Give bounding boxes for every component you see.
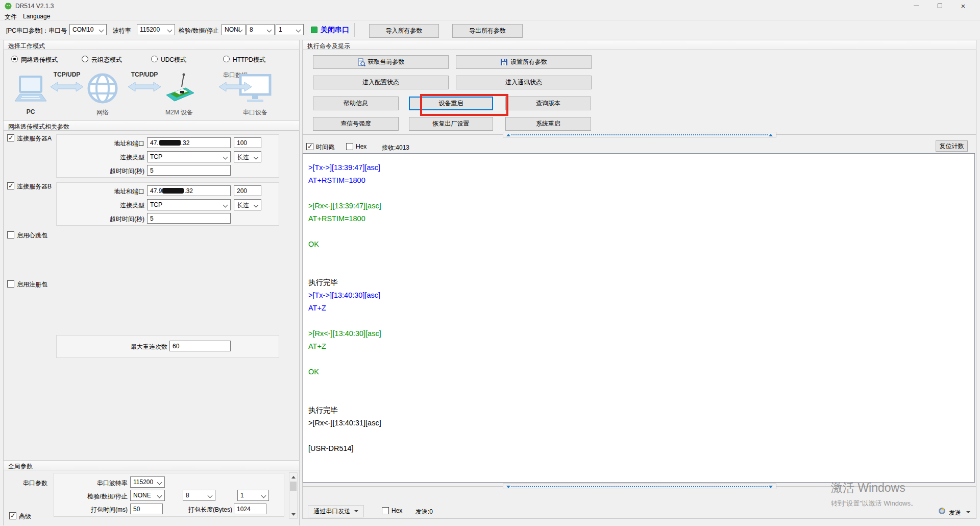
- register-checkbox[interactable]: [7, 280, 14, 288]
- chevron-down-icon: [208, 493, 213, 498]
- recv-count: 接收:4013: [382, 144, 409, 152]
- g-baud-select[interactable]: 115200: [130, 476, 165, 488]
- databits-select[interactable]: 8: [247, 24, 275, 35]
- log-line: [308, 315, 974, 328]
- left-scrollbar[interactable]: [289, 472, 298, 519]
- scroll-up-button[interactable]: [289, 473, 297, 481]
- query-signal-button[interactable]: 查信号强度: [313, 117, 399, 131]
- log-line: AT+Z: [308, 341, 974, 353]
- menu-file[interactable]: 文件: [5, 13, 17, 21]
- server-b-address-input[interactable]: 47.9.32: [147, 185, 231, 196]
- chevron-down-icon: [157, 480, 162, 485]
- radio-cloud-label: 云组态模式: [91, 56, 122, 64]
- set-params-button[interactable]: 设置所有参数: [456, 55, 592, 69]
- g-parity-select[interactable]: NONE: [130, 490, 165, 501]
- export-params-button[interactable]: 导出所有参数: [452, 24, 523, 38]
- link-label-1: TCP/UDP: [50, 71, 84, 78]
- censor-bar: [162, 188, 184, 194]
- chevron-down-icon: [254, 155, 259, 160]
- get-params-button[interactable]: 获取当前参数: [313, 55, 449, 69]
- divider-line: [302, 486, 503, 487]
- server-a-keepalive-select[interactable]: 长连: [234, 151, 261, 162]
- log-line: [308, 430, 974, 443]
- arrow-icon: [50, 81, 84, 92]
- system-reboot-button[interactable]: 系统重启: [505, 117, 591, 131]
- log-output[interactable]: >[Tx->][13:39:47][asc]AT+RSTIM=1800 >[Rx…: [303, 153, 975, 483]
- com-port-select[interactable]: COM10: [69, 24, 107, 35]
- g-stopbits-select[interactable]: 1: [237, 490, 269, 501]
- server-a-address-input[interactable]: 47..32: [147, 137, 231, 148]
- radio-udc[interactable]: [151, 56, 158, 62]
- pack-len-label: 打包长度(Bytes): [176, 506, 232, 514]
- log-line: AT+Z: [308, 302, 974, 315]
- g-databits-select[interactable]: 8: [183, 490, 215, 501]
- timeout-label-a: 超时时间(秒): [77, 167, 144, 176]
- red-annotation-rectangle: [420, 94, 508, 116]
- send-via-serial-dropdown[interactable]: 通过串口发送: [308, 505, 364, 517]
- radio-cloud[interactable]: [82, 56, 88, 62]
- heartbeat-label: 启用心跳包: [17, 231, 47, 240]
- heartbeat-checkbox[interactable]: [7, 231, 14, 238]
- max-reconnect-panel: [56, 335, 279, 358]
- parity-select[interactable]: NONI: [222, 24, 246, 35]
- arrow-icon: [128, 81, 161, 92]
- log-line: [USR-DR514]: [308, 443, 974, 456]
- log-line: >[Rx<-][13:40:30][asc]: [308, 328, 974, 341]
- chevron-down-icon: [261, 493, 266, 498]
- doc-search-icon: [357, 58, 365, 66]
- scroll-down-button[interactable]: [289, 510, 297, 518]
- send-button[interactable]: 发送: [949, 509, 961, 517]
- chevron-down-icon: [99, 28, 104, 33]
- server-b-type-select[interactable]: TCP: [147, 199, 231, 210]
- server-b-checkbox[interactable]: [7, 182, 14, 189]
- reset-count-button[interactable]: 复位计数: [936, 140, 968, 152]
- send-dropdown-caret[interactable]: [966, 511, 970, 513]
- server-a-timeout-input[interactable]: 5: [147, 165, 231, 176]
- minimize-icon: [914, 6, 919, 6]
- timestamp-checkbox[interactable]: [306, 143, 313, 150]
- server-a-port-input[interactable]: 100: [234, 137, 261, 148]
- minimize-button[interactable]: [904, 0, 928, 11]
- server-a-checkbox[interactable]: [7, 134, 14, 141]
- radio-net-transparent[interactable]: [11, 56, 18, 62]
- collapse-splitter-top[interactable]: [503, 132, 776, 137]
- pack-time-input[interactable]: 50: [130, 504, 163, 514]
- close-port-button[interactable]: 关闭串口: [321, 26, 349, 35]
- enter-comm-button[interactable]: 进入通讯状态: [456, 76, 592, 89]
- maximize-button[interactable]: [928, 0, 951, 11]
- menu-language[interactable]: Language: [23, 13, 50, 20]
- scrollbar-thumb[interactable]: [290, 482, 297, 491]
- import-params-button[interactable]: 导入所有参数: [369, 24, 439, 38]
- max-reconnect-input[interactable]: 60: [169, 341, 231, 351]
- server-b-keepalive-select[interactable]: 长连: [234, 199, 261, 210]
- baud-select[interactable]: 115200: [137, 24, 175, 35]
- server-b-timeout-input[interactable]: 5: [147, 213, 231, 224]
- sent-count: 发送:0: [415, 508, 433, 516]
- hex-recv-checkbox[interactable]: [346, 143, 353, 150]
- help-info-button[interactable]: 帮助信息: [313, 97, 399, 110]
- server-b-label: 连接服务器B: [17, 182, 52, 191]
- pack-len-input[interactable]: 1024: [234, 504, 266, 514]
- radio-net-transparent-label: 网络透传模式: [21, 56, 58, 64]
- server-a-type-select[interactable]: TCP: [147, 151, 231, 162]
- work-mode-header: 选择工作模式: [3, 40, 300, 50]
- chevron-down-icon: [267, 28, 272, 33]
- hex-send-checkbox[interactable]: [382, 507, 389, 514]
- log-line: AT+RSTIM=1800: [308, 175, 974, 187]
- arrow-down-icon: [291, 513, 296, 516]
- enter-config-button[interactable]: 进入配置状态: [313, 76, 449, 89]
- splitter-arrow-icon: [769, 134, 773, 136]
- query-version-button[interactable]: 查询版本: [505, 97, 591, 110]
- close-button[interactable]: ×: [951, 0, 975, 11]
- stopbits-select[interactable]: 1: [276, 24, 304, 35]
- radio-httpd[interactable]: [223, 56, 230, 62]
- collapse-splitter-bottom[interactable]: [503, 484, 776, 489]
- chevron-down-icon: [354, 510, 358, 512]
- conn-type-label-b: 连接类型: [84, 201, 144, 210]
- server-b-port-input[interactable]: 200: [234, 185, 261, 196]
- arrow-icon: [218, 81, 252, 92]
- factory-reset-button[interactable]: 恢复出厂设置: [409, 117, 493, 131]
- port-open-led-icon: [311, 27, 317, 33]
- max-reconnect-label: 最大重连次数: [92, 343, 167, 351]
- advanced-checkbox[interactable]: [9, 512, 16, 519]
